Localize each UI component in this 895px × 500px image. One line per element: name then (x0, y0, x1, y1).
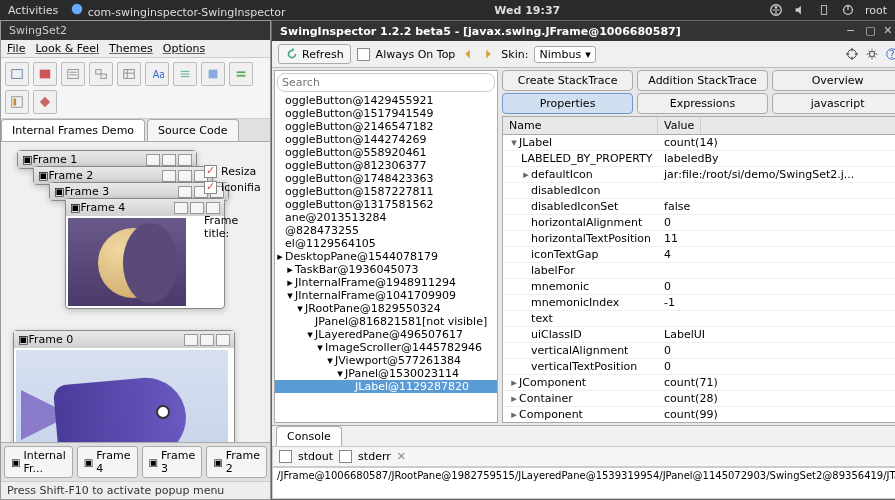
property-row[interactable]: horizontalTextPosition11 (503, 231, 895, 247)
minimize-icon[interactable] (162, 170, 176, 182)
col-name[interactable]: Name (503, 117, 658, 134)
minimize-icon[interactable]: ─ (847, 24, 861, 38)
tree-item[interactable]: @828473255 (275, 224, 497, 237)
internal-frame-0[interactable]: ▣Frame 0 (13, 330, 235, 442)
nav-forward-icon[interactable] (481, 47, 495, 61)
tree-item[interactable]: ▾JPanel@1530023114 (275, 367, 497, 380)
tree-item[interactable]: JPanel@816821581[not visible] (275, 315, 497, 328)
tree-item[interactable]: oggleButton@1317581562 (275, 198, 497, 211)
internal-frame-4[interactable]: ▣Frame 4 (65, 198, 225, 309)
close-icon[interactable] (216, 334, 230, 346)
property-row[interactable]: disabledIconSetfalse (503, 199, 895, 215)
maximize-icon[interactable] (190, 202, 204, 214)
property-row[interactable]: ▸Componentcount(99) (503, 407, 895, 423)
toolbar-button[interactable] (5, 90, 29, 114)
toolbar-button[interactable] (33, 90, 57, 114)
tree-item[interactable]: ▸DesktopPane@1544078179 (275, 250, 497, 263)
maximize-icon[interactable] (178, 170, 192, 182)
property-row[interactable]: text (503, 311, 895, 327)
minimize-icon[interactable] (174, 202, 188, 214)
desktop-pane[interactable]: ▣Frame 1 ▣Frame 2 ▣Frame 3 ▣Frame 4 ▣Int… (1, 142, 270, 442)
tree-item[interactable]: ▾ImageScroller@1445782946 (275, 341, 497, 354)
search-box[interactable] (277, 73, 495, 92)
crosshair-icon[interactable] (845, 47, 859, 61)
property-row[interactable]: disabledIcon (503, 183, 895, 199)
col-value[interactable]: Value (658, 117, 701, 134)
tree-item[interactable]: oggleButton@558920461 (275, 146, 497, 159)
taskbar-item[interactable]: ▣ Internal Fr... (4, 446, 73, 478)
maximize-icon[interactable] (200, 334, 214, 346)
component-tree[interactable]: oggleButton@1429455921oggleButton@151794… (275, 94, 497, 422)
tree-item[interactable]: oggleButton@1748423363 (275, 172, 497, 185)
property-row[interactable]: ▾JLabelcount(14) (503, 135, 895, 151)
tab-create-stacktrace[interactable]: Create StackTrace (502, 70, 633, 91)
skin-select[interactable]: Nimbus▾ (534, 46, 595, 63)
toolbar-button[interactable] (117, 62, 141, 86)
tree-item[interactable]: ▸JInternalFrame@1948911294 (275, 276, 497, 289)
toolbar-button[interactable] (89, 62, 113, 86)
tree-item[interactable]: ▾JInternalFrame@1041709909 (275, 289, 497, 302)
toolbar-button[interactable] (173, 62, 197, 86)
refresh-button[interactable]: Refresh (278, 44, 351, 64)
property-row[interactable]: horizontalAlignment0 (503, 215, 895, 231)
tree-item[interactable]: oggleButton@2146547182 (275, 120, 497, 133)
menu-look-and-feel[interactable]: Look & Feel (35, 42, 99, 55)
tree-item[interactable]: JLabel@1129287820 (275, 380, 497, 393)
property-row[interactable]: uiClassIDLabelUI (503, 327, 895, 343)
property-row[interactable]: ▸JComponentcount(71) (503, 375, 895, 391)
minimize-icon[interactable] (146, 154, 160, 166)
tab-addition-stacktrace[interactable]: Addition StackTrace (637, 70, 768, 91)
network-icon[interactable] (817, 3, 831, 17)
iconifiable-checkbox[interactable] (204, 181, 217, 194)
maximize-icon[interactable]: ▢ (865, 24, 879, 38)
property-row[interactable]: labelFor (503, 263, 895, 279)
toolbar-button[interactable]: Aa (145, 62, 169, 86)
help-icon[interactable]: ? (885, 47, 895, 61)
resizable-checkbox[interactable] (204, 165, 217, 178)
app-launcher[interactable]: com-swinginspector-SwingInspector (70, 2, 285, 19)
tree-item[interactable]: ▾JLayeredPane@496507617 (275, 328, 497, 341)
property-row[interactable]: mnemonic0 (503, 279, 895, 295)
volume-icon[interactable] (793, 3, 807, 17)
properties-table[interactable]: Name Value ▾JLabelcount(14)LABELED_BY_PR… (502, 116, 895, 423)
stderr-checkbox[interactable] (339, 450, 352, 463)
property-row[interactable]: LABELED_BY_PROPERTYlabeledBy (503, 151, 895, 167)
stdout-checkbox[interactable] (279, 450, 292, 463)
tab-expressions[interactable]: Expressions (637, 93, 768, 114)
minimize-icon[interactable] (184, 334, 198, 346)
property-row[interactable]: verticalAlignment0 (503, 343, 895, 359)
tab-overview[interactable]: Overview (772, 70, 895, 91)
tree-item[interactable]: el@1129564105 (275, 237, 497, 250)
toolbar-button[interactable] (61, 62, 85, 86)
menu-themes[interactable]: Themes (109, 42, 153, 55)
property-row[interactable]: iconTextGap4 (503, 247, 895, 263)
close-icon[interactable]: ✕ (883, 24, 895, 38)
clear-console-icon[interactable]: ✕ (397, 450, 406, 463)
property-row[interactable]: verticalTextPosition0 (503, 359, 895, 375)
toolbar-button[interactable] (5, 62, 29, 86)
tree-item[interactable]: oggleButton@1517941549 (275, 107, 497, 120)
tab-console[interactable]: Console (276, 426, 342, 446)
tree-item[interactable]: oggleButton@1429455921 (275, 94, 497, 107)
accessibility-icon[interactable] (769, 3, 783, 17)
property-row[interactable]: mnemonicIndex-1 (503, 295, 895, 311)
toolbar-button[interactable] (229, 62, 253, 86)
menu-options[interactable]: Options (163, 42, 205, 55)
toolbar-button[interactable] (33, 62, 57, 86)
taskbar-item[interactable]: ▣ Frame 4 (77, 446, 138, 478)
tree-item[interactable]: ▾JRootPane@1829550324 (275, 302, 497, 315)
gear-icon[interactable] (865, 47, 879, 61)
search-input[interactable] (282, 76, 490, 89)
taskbar-item[interactable]: ▣ Frame 3 (142, 446, 203, 478)
maximize-icon[interactable] (162, 154, 176, 166)
tab-properties[interactable]: Properties (502, 93, 633, 114)
toolbar-button[interactable] (201, 62, 225, 86)
close-icon[interactable] (178, 154, 192, 166)
property-row[interactable]: ▸Containercount(28) (503, 391, 895, 407)
activities-button[interactable]: Activities (8, 4, 58, 17)
nav-back-icon[interactable] (461, 47, 475, 61)
user-label[interactable]: root (865, 4, 887, 17)
tab-javascript[interactable]: javascript (772, 93, 895, 114)
property-row[interactable]: ▸defaultIconjar:file:/root/si/demo/Swing… (503, 167, 895, 183)
tree-item[interactable]: oggleButton@144274269 (275, 133, 497, 146)
